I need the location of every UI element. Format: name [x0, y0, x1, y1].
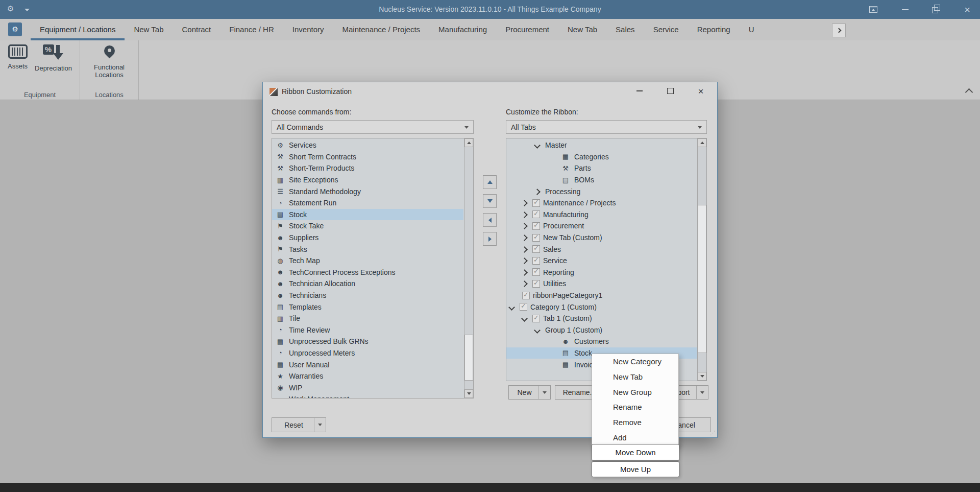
scroll-up-button[interactable]: [698, 138, 706, 147]
tab-finance-hr[interactable]: Finance / HR: [220, 19, 283, 40]
tree-expander[interactable]: [535, 141, 545, 149]
ribbon-button-depreciation[interactable]: %Depreciation: [31, 43, 76, 74]
command-item-techconnect-process-exceptions[interactable]: ☻TechConnect Process Exceptions: [272, 267, 463, 278]
tree-node-processing[interactable]: Processing: [506, 185, 697, 197]
tree-node-categories[interactable]: ▦Categories: [506, 151, 697, 163]
tree-expander[interactable]: [522, 210, 532, 219]
command-item-wip[interactable]: ◉WIP: [272, 382, 463, 393]
tree-node-sales[interactable]: ✓Sales: [506, 243, 697, 255]
move-down-button[interactable]: Move Down: [592, 444, 679, 461]
command-item-stock-take[interactable]: ⚑Stock Take: [272, 220, 463, 232]
tree-checkbox[interactable]: ✓: [532, 222, 540, 230]
dialog-minimize-button[interactable]: [631, 85, 648, 97]
command-item-suppliers[interactable]: ☻Suppliers: [272, 232, 463, 244]
context-menu-item-add[interactable]: Add: [592, 430, 678, 446]
move-item-up-button[interactable]: [483, 175, 497, 189]
command-item-tech-map[interactable]: ◍Tech Map: [272, 255, 463, 267]
tab-sales[interactable]: Sales: [606, 19, 644, 40]
tree-expander[interactable]: [522, 233, 532, 242]
context-menu-item-rename[interactable]: Rename: [592, 400, 678, 415]
collapse-ribbon-button[interactable]: [966, 88, 972, 97]
tree-expander[interactable]: [535, 326, 545, 334]
tree-expander[interactable]: [522, 199, 532, 207]
tree-node-manufacturing[interactable]: ✓Manufacturing: [506, 209, 697, 221]
tree-checkbox[interactable]: ✓: [532, 245, 540, 253]
scroll-up-button[interactable]: [464, 138, 473, 147]
tab-new-tab[interactable]: New Tab: [125, 19, 173, 40]
new-button[interactable]: New: [508, 385, 551, 400]
customize-ribbon-dropdown[interactable]: All Tabs: [506, 120, 707, 134]
tab-u[interactable]: U: [740, 19, 764, 40]
tree-node-group-1-custom[interactable]: Group 1 (Custom): [506, 324, 697, 336]
tree-expander[interactable]: [522, 245, 532, 253]
ribbon-button-functional-locations[interactable]: Functional Locations: [84, 43, 134, 80]
command-item-unprocessed-bulk-grns[interactable]: ▤Unprocessed Bulk GRNs: [272, 336, 463, 347]
command-item-site-exceptions[interactable]: ▦Site Exceptions: [272, 174, 463, 186]
dialog-close-button[interactable]: ×: [693, 85, 709, 97]
ribbon-button-assets[interactable]: Assets: [4, 43, 31, 72]
tree-expander[interactable]: [522, 279, 532, 288]
command-item-technician-allocation[interactable]: ☻Technician Allocation: [272, 278, 463, 290]
tab-procurement[interactable]: Procurement: [496, 19, 558, 40]
tree-node-boms[interactable]: ▤BOMs: [506, 174, 697, 186]
scroll-down-button[interactable]: [698, 372, 706, 381]
tree-expander[interactable]: [522, 314, 532, 322]
tab-contract[interactable]: Contract: [173, 19, 220, 40]
command-item-technicians[interactable]: ☻Technicians: [272, 290, 463, 301]
tree-node-reporting[interactable]: ✓Reporting: [506, 267, 697, 278]
choose-commands-dropdown[interactable]: All Commands: [272, 120, 474, 134]
tab-reporting[interactable]: Reporting: [688, 19, 740, 40]
command-item-templates[interactable]: ▤Templates: [272, 301, 463, 313]
command-item-unprocessed-meters[interactable]: ◔Unprocessed Meters: [272, 347, 463, 359]
tree-checkbox[interactable]: ✓: [532, 199, 540, 207]
scroll-thumb[interactable]: [464, 335, 473, 381]
move-up-button[interactable]: Move Up: [592, 461, 679, 477]
app-menu-button[interactable]: ⚙: [8, 22, 22, 36]
tree-checkbox[interactable]: ✓: [532, 268, 540, 276]
tree-checkbox[interactable]: ✓: [522, 292, 530, 299]
tab-service[interactable]: Service: [644, 19, 688, 40]
tab-inventory[interactable]: Inventory: [283, 19, 333, 40]
tab-new-tab[interactable]: New Tab: [558, 19, 606, 40]
context-menu-item-new-category[interactable]: New Category: [592, 354, 678, 369]
tree-node-new-tab-custom[interactable]: ✓New Tab (Custom): [506, 232, 697, 244]
command-item-warranties[interactable]: ★Warranties: [272, 370, 463, 382]
tab-equipment-locations[interactable]: Equipment / Locations: [31, 19, 125, 40]
command-item-user-manual[interactable]: ▤User Manual: [272, 359, 463, 370]
commands-scrollbar[interactable]: [464, 138, 473, 398]
tree-checkbox[interactable]: ✓: [520, 303, 527, 311]
tree-node-category-1-custom[interactable]: ✓Category 1 (Custom): [506, 301, 697, 313]
tree-checkbox[interactable]: ✓: [532, 234, 540, 242]
command-item-time-review[interactable]: ◔Time Review: [272, 324, 463, 336]
command-item-statement-run[interactable]: ◔Statement Run: [272, 197, 463, 209]
command-item-tasks[interactable]: ⚑Tasks: [272, 243, 463, 255]
command-item-work-management[interactable]: ▬Work Management: [272, 393, 463, 399]
import-export-dropdown-arrow[interactable]: [696, 386, 708, 399]
scroll-thumb[interactable]: [698, 205, 706, 353]
new-dropdown-arrow[interactable]: [538, 386, 550, 399]
remove-command-button[interactable]: [483, 213, 497, 227]
tree-node-service[interactable]: ✓Service: [506, 255, 697, 267]
context-menu-item-new-group[interactable]: New Group: [592, 385, 678, 400]
tree-expander[interactable]: [522, 268, 532, 276]
close-button[interactable]: ×: [959, 0, 976, 19]
tab-overflow-button[interactable]: [832, 24, 846, 37]
tree-expander[interactable]: [522, 222, 532, 230]
tab-maintenance-projects[interactable]: Maintenance / Projects: [333, 19, 429, 40]
tree-checkbox[interactable]: ✓: [532, 210, 540, 218]
command-item-short-term-contracts[interactable]: ⚒Short Term Contracts: [272, 151, 463, 163]
tree-expander[interactable]: [522, 256, 532, 265]
tree-node-tab-1-custom[interactable]: ✓Tab 1 (Custom): [506, 313, 697, 324]
command-item-tile[interactable]: ▥Tile: [272, 313, 463, 324]
context-menu-item-new-tab[interactable]: New Tab: [592, 369, 678, 385]
tree-checkbox[interactable]: ✓: [532, 280, 540, 288]
ribbon-display-options-button[interactable]: [865, 0, 882, 19]
reset-button[interactable]: Reset: [272, 417, 326, 432]
tree-node-customers[interactable]: ☻Customers: [506, 336, 697, 347]
tree-node-master[interactable]: Master: [506, 139, 697, 151]
context-menu-item-remove[interactable]: Remove: [592, 415, 678, 430]
tree-checkbox[interactable]: ✓: [532, 315, 540, 322]
tree-node-utilities[interactable]: ✓Utilities: [506, 278, 697, 290]
command-item-standard-methodology[interactable]: ☰Standard Methodology: [272, 185, 463, 197]
minimize-button[interactable]: [896, 0, 914, 19]
